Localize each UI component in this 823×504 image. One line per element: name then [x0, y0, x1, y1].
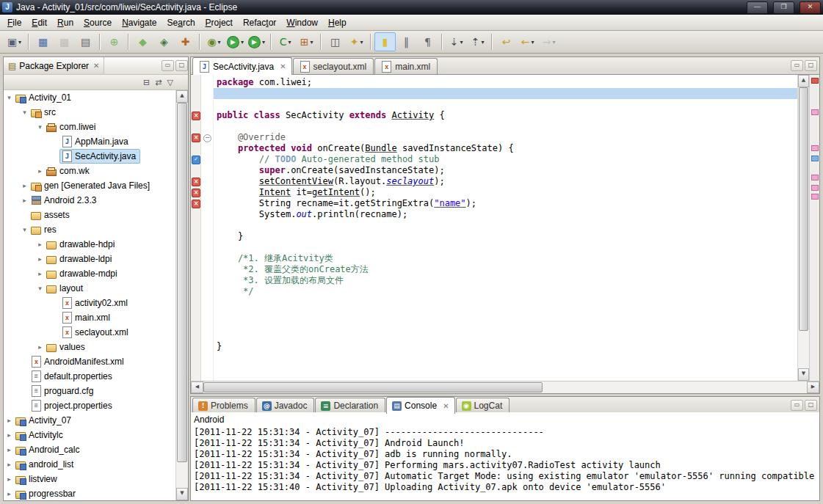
- new-android-project-button[interactable]: ⊕: [104, 32, 125, 51]
- console-output[interactable]: Android [2011-11-22 15:31:34 - Activity_…: [190, 412, 820, 501]
- minimize-editor-button[interactable]: ▭: [791, 60, 803, 71]
- expand-arrow-icon[interactable]: ▸: [36, 270, 44, 277]
- expand-arrow-icon[interactable]: ▸: [5, 431, 13, 439]
- external-tools-button[interactable]: ▶▾: [246, 32, 267, 51]
- tree-item-proguard-cfg[interactable]: proguard.cfg: [4, 384, 176, 398]
- link-with-editor-icon[interactable]: ⇄: [155, 78, 162, 87]
- new-test-project-button[interactable]: ◈: [153, 32, 175, 51]
- close-tab-icon[interactable]: ✕: [280, 62, 286, 70]
- editor-horizontal-scrollbar[interactable]: ◀ ▶: [190, 381, 820, 394]
- collapse-all-icon[interactable]: ⊟: [143, 78, 150, 87]
- minimize-view-button[interactable]: ▭: [162, 60, 174, 71]
- expand-arrow-icon[interactable]: ▸: [5, 417, 13, 424]
- console-tab-console[interactable]: ▤Console✕: [386, 397, 454, 414]
- error-marker-icon[interactable]: [192, 134, 200, 142]
- tree-item-values[interactable]: ▸values: [4, 340, 176, 354]
- editor-tab-secactivity-java[interactable]: SecActivity.java✕: [192, 57, 292, 75]
- tree-item-project-properties[interactable]: project.properties: [4, 398, 176, 413]
- tree-item-com-wk[interactable]: ▸com.wk: [4, 164, 176, 178]
- tree-item-appmain-java[interactable]: AppMain.java: [4, 134, 176, 149]
- code-area[interactable]: package com.liwei;public class SecActivi…: [214, 75, 797, 381]
- overview-marker[interactable]: [811, 185, 819, 191]
- close-tab-icon[interactable]: ✕: [443, 402, 449, 410]
- scroll-down-icon[interactable]: ▼: [798, 368, 809, 381]
- tree-item-src[interactable]: ▾src: [4, 105, 176, 120]
- menu-item-edit[interactable]: Edit: [26, 16, 52, 29]
- expand-arrow-icon[interactable]: ▸: [5, 475, 13, 483]
- close-view-icon[interactable]: ✕: [93, 62, 99, 70]
- package-explorer-scrollbar[interactable]: ▲ ▼: [175, 90, 188, 500]
- collapse-arrow-icon[interactable]: ▾: [21, 109, 29, 116]
- fold-collapse-icon[interactable]: −: [203, 134, 211, 142]
- editor-tab-main-xml[interactable]: main.xml: [374, 58, 438, 74]
- tree-item-drawable-hdpi[interactable]: ▸drawable-hdpi: [4, 237, 176, 252]
- forward-button[interactable]: →▾: [538, 32, 559, 51]
- tree-item-androidmanifest-xml[interactable]: AndroidManifest.xml: [4, 354, 176, 369]
- minimize-console-button[interactable]: ▭: [791, 400, 803, 411]
- next-annotation-button[interactable]: ⇣▾: [446, 32, 467, 51]
- scroll-down-icon[interactable]: ▼: [176, 488, 188, 500]
- show-selected-element-button[interactable]: ‖: [396, 32, 417, 51]
- close-window-button[interactable]: ✕: [800, 1, 821, 14]
- editor-vertical-scrollbar[interactable]: ▲ ▼: [797, 75, 809, 381]
- scroll-up-icon[interactable]: ▲: [798, 75, 809, 87]
- expand-arrow-icon[interactable]: ▸: [5, 490, 13, 497]
- dropdown-arrow-icon[interactable]: ▾: [360, 39, 363, 45]
- expand-arrow-icon[interactable]: ▸: [21, 197, 29, 204]
- menu-item-navigate[interactable]: Navigate: [117, 16, 162, 29]
- expand-arrow-icon[interactable]: ▸: [5, 446, 13, 453]
- tree-item-drawable-ldpi[interactable]: ▸drawable-ldpi: [4, 252, 176, 266]
- tree-item-drawable-mdpi[interactable]: ▸drawable-mdpi: [4, 266, 176, 281]
- new-wizard-button[interactable]: ▣▾: [4, 32, 25, 51]
- console-tab-javadoc[interactable]: @Javadoc: [256, 398, 315, 413]
- view-menu-icon[interactable]: ▽: [167, 78, 173, 87]
- new-java-element-button[interactable]: ✚: [175, 32, 196, 51]
- scrollbar-thumb[interactable]: [177, 103, 187, 462]
- maximize-view-button[interactable]: □: [175, 60, 188, 71]
- maximize-window-button[interactable]: ❐: [773, 1, 794, 14]
- error-marker-icon[interactable]: [192, 200, 200, 208]
- save-button[interactable]: ▦: [32, 32, 54, 51]
- collapse-arrow-icon[interactable]: ▾: [36, 123, 44, 131]
- tree-item-default-properties[interactable]: default.properties: [4, 369, 176, 384]
- expand-arrow-icon[interactable]: ▸: [21, 182, 29, 189]
- overview-marker[interactable]: [811, 109, 819, 115]
- tree-item-listview[interactable]: ▸listview: [4, 472, 176, 486]
- dropdown-arrow-icon[interactable]: ▾: [18, 39, 21, 45]
- new-package-button[interactable]: ⊞▾: [296, 32, 317, 51]
- collapse-arrow-icon[interactable]: ▾: [36, 285, 44, 292]
- expand-arrow-icon[interactable]: ▸: [36, 255, 44, 263]
- console-tab-logcat[interactable]: ◉LogCat: [456, 398, 510, 413]
- overview-marker[interactable]: [811, 194, 819, 200]
- maximize-editor-button[interactable]: □: [805, 60, 817, 71]
- scroll-left-icon[interactable]: ◀: [191, 381, 203, 393]
- tree-item-android-2-3-3[interactable]: ▸Android 2.3.3: [4, 193, 176, 208]
- scrollbar-thumb[interactable]: [799, 87, 808, 331]
- dropdown-arrow-icon[interactable]: ▾: [310, 39, 313, 45]
- console-tab-problems[interactable]: !Problems: [192, 398, 255, 413]
- scrollbar-thumb[interactable]: [203, 382, 543, 392]
- overview-marker[interactable]: [811, 145, 819, 151]
- scroll-right-icon[interactable]: ▶: [807, 381, 819, 393]
- tree-item-assets[interactable]: assets: [4, 208, 176, 222]
- back-button[interactable]: ←▾: [517, 32, 538, 51]
- dropdown-arrow-icon[interactable]: ▾: [262, 39, 265, 45]
- dropdown-arrow-icon[interactable]: ▾: [218, 39, 221, 45]
- tree-item-gen-generated-java-files[interactable]: ▸gen [Generated Java Files]: [4, 178, 176, 193]
- tree-item-progressbar[interactable]: ▸progressbar: [4, 486, 176, 500]
- dropdown-arrow-icon[interactable]: ▾: [288, 39, 291, 45]
- task-marker-icon[interactable]: [192, 156, 200, 164]
- mark-occurrences-button[interactable]: ▮: [374, 32, 396, 51]
- console-tab-declaration[interactable]: ≡Declaration: [315, 398, 385, 413]
- tree-item-activity-07[interactable]: ▸Activity_07: [4, 413, 176, 428]
- expand-arrow-icon[interactable]: ▸: [36, 167, 44, 175]
- search-button[interactable]: ✦▾: [346, 32, 367, 51]
- editor-tab-seclayout-xml[interactable]: seclayout.xml: [293, 58, 374, 74]
- dropdown-arrow-icon[interactable]: ▾: [481, 39, 484, 45]
- menu-item-file[interactable]: File: [2, 16, 26, 29]
- expand-arrow-icon[interactable]: ▸: [36, 241, 44, 248]
- expand-arrow-icon[interactable]: ▸: [5, 461, 13, 468]
- dropdown-arrow-icon[interactable]: ▾: [460, 39, 463, 45]
- menu-item-run[interactable]: Run: [52, 16, 79, 29]
- overview-ruler[interactable]: [809, 75, 819, 381]
